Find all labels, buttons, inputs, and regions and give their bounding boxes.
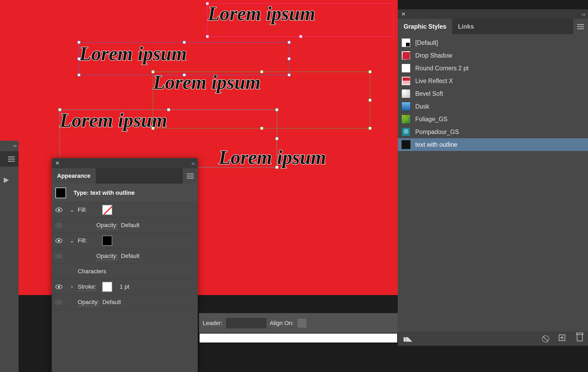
stroke-swatch-white[interactable]	[102, 282, 112, 292]
style-item-bevel-soft[interactable]: Bevel Soft	[398, 87, 588, 100]
appearance-characters-row[interactable]: Characters	[52, 264, 198, 279]
visibility-toggle[interactable]	[52, 207, 66, 212]
style-item-drop-shadow[interactable]: Drop Shadow	[398, 49, 588, 62]
expand-toggle[interactable]: ⌄	[66, 206, 78, 213]
visibility-toggle[interactable]	[52, 238, 66, 243]
hamburger-icon[interactable]	[8, 155, 15, 163]
style-item-dusk[interactable]: Dusk	[398, 100, 588, 113]
style-label: text with outline	[415, 141, 457, 148]
fill-label: Fill:	[78, 237, 102, 244]
close-icon[interactable]: ✕	[53, 159, 61, 167]
selection-handle[interactable]	[260, 70, 263, 73]
style-item-round-corners[interactable]: Round Corners 2 pt	[398, 62, 588, 75]
text-object[interactable]: Lorem ipsum	[79, 42, 187, 65]
appearance-opacity-row[interactable]: Opacity: Default	[52, 248, 198, 264]
new-style-icon[interactable]	[559, 335, 565, 343]
selection-handle[interactable]	[369, 127, 371, 130]
selection-handle[interactable]	[260, 127, 263, 130]
tabs-panel-strip: Leader: Align On:	[199, 313, 398, 333]
collapse-icon[interactable]: ‹‹	[192, 160, 195, 166]
text-object[interactable]: Lorem ipsum	[153, 71, 261, 94]
appearance-opacity-row[interactable]: Opacity: Default	[52, 295, 198, 310]
style-item-default[interactable]: [Default]	[398, 36, 588, 49]
style-item-pompadour[interactable]: Pompadour_GS	[398, 126, 588, 138]
opacity-value: Default	[121, 222, 140, 228]
opacity-label[interactable]: Opacity:	[96, 253, 118, 260]
eye-icon	[55, 254, 62, 258]
collapse-icon[interactable]: ‹‹	[582, 11, 585, 17]
visibility-toggle[interactable]	[52, 284, 66, 289]
eye-icon	[55, 238, 62, 243]
tab-links[interactable]: Links	[452, 19, 480, 34]
selection-handle[interactable]	[206, 35, 209, 38]
style-label: Round Corners 2 pt	[415, 65, 469, 72]
tab-appearance[interactable]: Appearance	[52, 168, 96, 184]
panel-titlebar[interactable]: ✕ ‹‹	[52, 158, 198, 168]
visibility-toggle[interactable]	[52, 254, 66, 258]
selection-handle[interactable]	[299, 35, 302, 38]
style-thumb	[401, 89, 410, 98]
text-object[interactable]: Lorem ipsum	[60, 109, 167, 132]
text-object[interactable]: Lorem ipsum	[208, 2, 315, 25]
fill-swatch-none[interactable]	[102, 205, 112, 215]
appearance-fill-row[interactable]: ⌄ Fill:	[52, 202, 198, 218]
selection-handle[interactable]	[275, 137, 278, 140]
selection-handle[interactable]	[288, 73, 291, 76]
panel-menu-button[interactable]	[573, 19, 588, 34]
eye-icon	[55, 223, 62, 228]
style-thumb	[401, 102, 410, 111]
leader-input[interactable]	[226, 318, 266, 328]
panel-hamburger-bar	[0, 151, 19, 167]
style-label: Bevel Soft	[415, 90, 443, 97]
text-object[interactable]: Lorem ipsum	[219, 146, 326, 169]
libraries-icon[interactable]	[403, 335, 412, 343]
eye-icon	[55, 284, 62, 289]
appearance-fill-row[interactable]: ⌄ Fill:	[52, 233, 198, 248]
alignon-label: Align On:	[270, 320, 294, 327]
type-swatch[interactable]	[55, 188, 66, 198]
style-item-live-reflect[interactable]: Live Reflect X	[398, 75, 588, 87]
style-item-foliage[interactable]: Foliage_GS	[398, 113, 588, 126]
close-icon[interactable]: ✕	[399, 10, 407, 18]
panel-menu-button[interactable]	[183, 168, 198, 184]
tab-graphic-styles[interactable]: Graphic Styles	[398, 19, 452, 34]
opacity-label[interactable]: Opacity:	[96, 222, 118, 229]
fill-label: Fill:	[78, 206, 102, 213]
stroke-label[interactable]: Stroke:	[78, 283, 96, 291]
left-dock-collapsed: ‹‹ ▶	[0, 141, 19, 372]
tabs-ruler[interactable]	[199, 333, 398, 343]
graphic-styles-panel: ✕ ‹‹ Graphic Styles Links [Default] Drop…	[398, 9, 588, 346]
style-thumb	[401, 76, 410, 85]
visibility-toggle[interactable]	[52, 223, 66, 228]
selection-handle[interactable]	[288, 57, 291, 60]
chevron-down-icon: ⌄	[70, 206, 74, 213]
panel-tabs: Graphic Styles Links	[398, 19, 588, 34]
alignon-input[interactable]	[297, 319, 306, 328]
selection-handle[interactable]	[369, 99, 371, 102]
style-label: Drop Shadow	[415, 52, 452, 59]
style-thumb	[401, 140, 410, 149]
style-label: Live Reflect X	[415, 77, 453, 85]
style-label: [Default]	[415, 39, 438, 46]
delete-style-icon[interactable]	[577, 334, 583, 343]
expand-toggle[interactable]: ›	[66, 283, 78, 290]
eye-icon	[55, 300, 62, 305]
style-thumb	[401, 38, 410, 47]
appearance-opacity-row[interactable]: Opacity: Default	[52, 218, 198, 233]
selection-handle[interactable]	[275, 108, 278, 111]
panel-titlebar[interactable]: ✕ ‹‹	[398, 9, 588, 19]
expand-icon[interactable]: ▶	[4, 176, 9, 184]
visibility-toggle[interactable]	[52, 300, 66, 305]
style-item-text-with-outline[interactable]: text with outline	[398, 138, 588, 151]
collapse-icon[interactable]: ‹‹	[13, 142, 17, 149]
style-thumb	[401, 51, 410, 60]
appearance-stroke-row[interactable]: › Stroke: 1 pt	[52, 279, 198, 295]
appearance-panel: ✕ ‹‹ Appearance Type: text with outline …	[52, 158, 198, 372]
expand-toggle[interactable]: ⌄	[66, 237, 78, 244]
fill-swatch-black[interactable]	[102, 236, 112, 246]
opacity-label[interactable]: Opacity:	[78, 299, 99, 306]
selection-handle[interactable]	[288, 41, 291, 44]
selection-handle[interactable]	[77, 73, 80, 76]
selection-handle[interactable]	[369, 70, 371, 73]
selection-handle[interactable]	[167, 108, 170, 111]
